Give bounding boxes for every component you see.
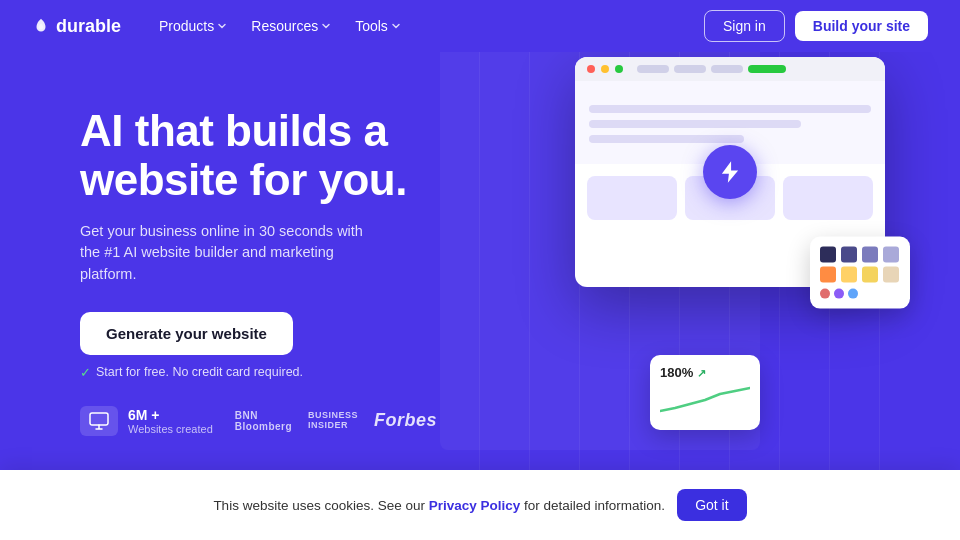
bnn-logo: BNNBloomberg (235, 410, 292, 432)
browser-bar (575, 57, 885, 81)
build-site-button[interactable]: Build your site (795, 11, 928, 41)
chevron-down-icon (217, 21, 227, 31)
color-dot (848, 289, 858, 299)
dot-green (615, 65, 623, 73)
bottom-card (587, 176, 677, 220)
stat-text: 6M + Websites created (128, 407, 213, 435)
nav-tools[interactable]: Tools (345, 12, 411, 40)
nav-pill (711, 65, 743, 73)
color-swatch (862, 267, 878, 283)
stats-row: 6M + Websites created BNNBloomberg BUSIN… (80, 406, 510, 436)
svg-rect-0 (90, 413, 108, 425)
hero-section: AI that builds a website for you. Get yo… (0, 52, 960, 470)
nav-actions: Sign in Build your site (704, 10, 928, 42)
signin-button[interactable]: Sign in (704, 10, 785, 42)
analytics-chart (660, 386, 750, 416)
color-swatch (820, 247, 836, 263)
nav-pill-active (748, 65, 786, 73)
monitor-svg (88, 412, 110, 430)
analytics-value: 180% ↗ (660, 365, 750, 380)
websites-stat: 6M + Websites created (80, 406, 213, 436)
browser-content (575, 81, 885, 164)
hero-text: AI that builds a website for you. Get yo… (80, 106, 510, 436)
start-free-note: ✓ Start for free. No credit card require… (80, 365, 510, 380)
color-swatch (820, 267, 836, 283)
palette-dots (820, 289, 900, 299)
color-swatch (841, 267, 857, 283)
browser-pills (637, 65, 786, 73)
nav-links: Products Resources Tools (149, 12, 704, 40)
monitor-icon (80, 406, 118, 436)
bottom-card (783, 176, 873, 220)
press-logos: BNNBloomberg BUSINESSINSIDER Forbes (235, 410, 437, 432)
hero-illustration: 180% ↗ (510, 42, 940, 460)
chevron-down-icon (391, 21, 401, 31)
color-swatch (841, 247, 857, 263)
palette-card (810, 237, 910, 309)
content-line (589, 135, 744, 143)
content-line (589, 120, 801, 128)
color-swatch (883, 267, 899, 283)
nav-pill (674, 65, 706, 73)
color-dot (820, 289, 830, 299)
navbar: durable Products Resources Tools Sign in… (0, 0, 960, 52)
content-line (589, 105, 871, 113)
dot-red (587, 65, 595, 73)
check-icon: ✓ (80, 365, 91, 380)
generate-website-button[interactable]: Generate your website (80, 312, 293, 355)
got-it-button[interactable]: Got it (677, 489, 746, 521)
color-swatch (862, 247, 878, 263)
cookie-banner: This website uses cookies. See our Priva… (0, 470, 960, 540)
business-insider-logo: BUSINESSINSIDER (308, 411, 358, 431)
palette-swatches (820, 247, 900, 283)
hero-title: AI that builds a website for you. (80, 106, 510, 205)
color-swatch (883, 247, 899, 263)
nav-pill (637, 65, 669, 73)
lightning-icon (717, 159, 743, 185)
color-dot (834, 289, 844, 299)
logo-icon (32, 17, 50, 35)
lightning-icon-container (703, 145, 757, 199)
forbes-logo: Forbes (374, 411, 437, 431)
cookie-text: This website uses cookies. See our Priva… (213, 498, 665, 513)
logo[interactable]: durable (32, 16, 121, 37)
hero-subtitle: Get your business online in 30 seconds w… (80, 221, 380, 286)
dot-yellow (601, 65, 609, 73)
chevron-down-icon (321, 21, 331, 31)
nav-resources[interactable]: Resources (241, 12, 341, 40)
analytics-card: 180% ↗ (650, 355, 760, 430)
nav-products[interactable]: Products (149, 12, 237, 40)
